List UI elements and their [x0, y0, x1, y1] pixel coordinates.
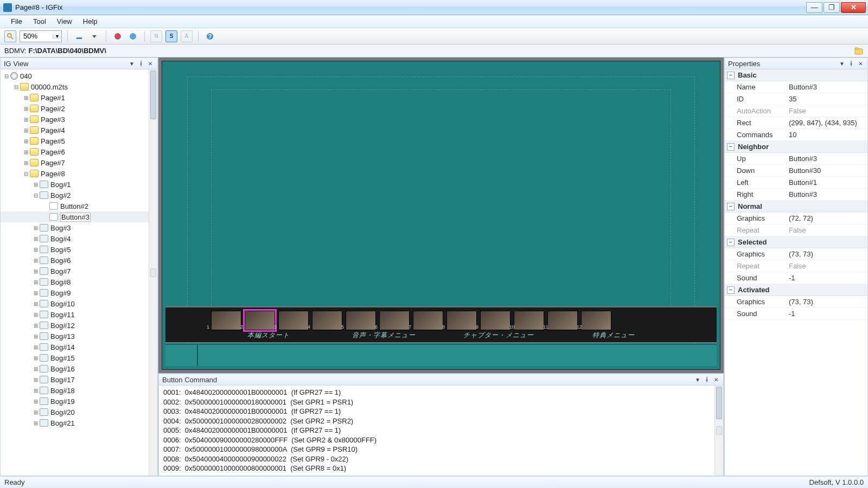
- collapse-icon[interactable]: −: [727, 239, 735, 246]
- chapter-thumbnail[interactable]: 5: [346, 311, 376, 330]
- chapter-thumbnail[interactable]: 3: [278, 311, 309, 330]
- tree-row[interactable]: ⊞Bog#4: [1, 233, 149, 244]
- property-row[interactable]: Sound-1: [725, 308, 867, 320]
- command-line[interactable]: 0007: 0x50000001000000098000000A (Set GP…: [163, 445, 710, 454]
- property-row[interactable]: RepeatFalse: [725, 224, 867, 236]
- panel-pin-icon[interactable]: [847, 60, 855, 67]
- command-line[interactable]: 0009: 0x500000010000000800000001 (Set GP…: [163, 464, 710, 473]
- command-lines[interactable]: 0001: 0x484002000000001B00000001 (If GPR…: [159, 386, 714, 476]
- command-line[interactable]: 0002: 0x500000010000000180000001 (Set GP…: [163, 397, 710, 407]
- help-icon[interactable]: ?: [204, 30, 216, 42]
- chapter-thumbnail[interactable]: 4: [312, 311, 342, 330]
- property-row[interactable]: ID35: [725, 93, 867, 105]
- menu-label[interactable]: チャプター・メニュー: [441, 331, 556, 340]
- tree-row[interactable]: ⊟040: [1, 70, 149, 81]
- zoom-combo[interactable]: ▼: [20, 30, 62, 42]
- collapse-icon[interactable]: −: [727, 286, 735, 294]
- command-line[interactable]: 0005: 0x484002000000001B00000001 (If GPR…: [163, 426, 710, 435]
- tree-row[interactable]: ⊞Bog#6: [1, 255, 149, 266]
- tree-row[interactable]: ⊞Bog#19: [1, 396, 149, 407]
- tree-twist-icon[interactable]: ⊞: [32, 409, 40, 415]
- tree-row[interactable]: ⊞Bog#18: [1, 385, 149, 396]
- property-group-header[interactable]: −Activated: [725, 284, 867, 296]
- maximize-button[interactable]: ❐: [824, 2, 840, 13]
- tree-row[interactable]: ⊞Bog#12: [1, 320, 149, 331]
- ig-tree[interactable]: ⊟040⊟00000.m2ts⊞Page#1⊞Page#2⊞Page#3⊞Pag…: [1, 69, 149, 476]
- chapter-thumbnail[interactable]: 1: [211, 311, 241, 330]
- panel-menu-icon[interactable]: ▼: [838, 60, 846, 67]
- chapter-thumbnail[interactable]: 8: [446, 311, 477, 330]
- tree-row[interactable]: ⊟00000.m2ts: [1, 81, 149, 92]
- property-value[interactable]: -1: [789, 310, 867, 318]
- tree-row[interactable]: Button#3: [1, 211, 149, 222]
- tree-twist-icon[interactable]: ⊞: [32, 388, 40, 394]
- tree-row[interactable]: ⊟Bog#2: [1, 190, 149, 201]
- property-value[interactable]: False: [789, 107, 867, 115]
- command-line[interactable]: 0003: 0x484002000000001B00000001 (If GPR…: [163, 407, 710, 416]
- tree-row[interactable]: ⊞Page#2: [1, 103, 149, 114]
- zoom-tool-icon[interactable]: [4, 30, 16, 42]
- tree-row[interactable]: ⊞Bog#7: [1, 266, 149, 277]
- tree-twist-icon[interactable]: ⊟: [3, 73, 10, 79]
- tree-twist-icon[interactable]: ⊞: [22, 106, 30, 112]
- property-value[interactable]: Button#3: [789, 83, 867, 91]
- tree-row[interactable]: ⊞Bog#3: [1, 222, 149, 233]
- tree-twist-icon[interactable]: ⊟: [32, 192, 40, 198]
- tree-row[interactable]: ⊞Bog#20: [1, 407, 149, 418]
- tree-twist-icon[interactable]: ⊞: [22, 138, 30, 144]
- preview-canvas[interactable]: 123456789101112 本編スタート 音声・字幕メニュー チャプター・メ…: [162, 61, 720, 370]
- tree-twist-icon[interactable]: ⊞: [22, 149, 30, 155]
- tree-row[interactable]: ⊞Bog#13: [1, 331, 149, 342]
- mode-a-icon[interactable]: A: [181, 30, 193, 42]
- scrollbar-grip[interactable]: [716, 426, 722, 435]
- tree-twist-icon[interactable]: ⊞: [32, 344, 40, 350]
- close-button[interactable]: ✕: [841, 2, 866, 13]
- tree-row[interactable]: ⊞Bog#1: [1, 179, 149, 190]
- line-tool-icon[interactable]: [73, 30, 85, 42]
- property-value[interactable]: 10: [789, 131, 867, 139]
- chapter-thumbnail[interactable]: 2: [245, 311, 275, 330]
- tree-twist-icon[interactable]: ⊞: [32, 420, 40, 426]
- command-line[interactable]: 0008: 0x504000040000000900000022 (Set GP…: [163, 454, 710, 464]
- tree-row[interactable]: ⊞Page#1: [1, 92, 149, 103]
- property-value[interactable]: (72, 72): [789, 214, 867, 222]
- property-value[interactable]: Button#3: [789, 155, 867, 163]
- scrollbar-thumb[interactable]: [150, 70, 156, 119]
- tree-row[interactable]: ⊟Page#8: [1, 168, 149, 179]
- chapter-thumbnail[interactable]: 10: [514, 311, 544, 330]
- tree-row[interactable]: ⊞Bog#21: [1, 418, 149, 428]
- property-row[interactable]: RightButton#3: [725, 189, 867, 201]
- tree-twist-icon[interactable]: ⊞: [22, 127, 30, 133]
- tree-row[interactable]: Button#2: [1, 201, 149, 211]
- command-line[interactable]: 0004: 0x500000010000000280000002 (Set GP…: [163, 416, 710, 426]
- property-value[interactable]: (73, 73): [789, 250, 867, 258]
- property-row[interactable]: DownButton#30: [725, 165, 867, 177]
- tree-row[interactable]: ⊞Bog#8: [1, 277, 149, 287]
- property-value[interactable]: False: [789, 226, 867, 234]
- tree-row[interactable]: ⊞Page#4: [1, 125, 149, 136]
- chapter-thumbnail[interactable]: 6: [379, 311, 410, 330]
- tree-twist-icon[interactable]: ⊞: [32, 399, 40, 404]
- tree-twist-icon[interactable]: ⊞: [32, 225, 40, 231]
- tree-row[interactable]: ⊞Page#7: [1, 157, 149, 168]
- panel-close-icon[interactable]: ✕: [857, 60, 864, 67]
- property-value[interactable]: Button#1: [789, 178, 867, 187]
- scrollbar-thumb[interactable]: [716, 387, 722, 419]
- tree-twist-icon[interactable]: ⊞: [32, 279, 40, 285]
- property-row[interactable]: Rect(299, 847), (434, 935): [725, 117, 867, 129]
- menu-help[interactable]: Help: [78, 16, 103, 27]
- tree-twist-icon[interactable]: ⊞: [32, 355, 40, 361]
- property-value[interactable]: Button#30: [789, 166, 867, 175]
- globe-blue-icon[interactable]: [127, 30, 139, 42]
- tree-twist-icon[interactable]: ⊞: [32, 333, 40, 339]
- mode-s-icon[interactable]: S: [165, 30, 177, 42]
- property-group-header[interactable]: −Neighbor: [725, 141, 867, 153]
- tree-twist-icon[interactable]: ⊞: [22, 95, 30, 101]
- tree-row[interactable]: ⊞Bog#15: [1, 352, 149, 363]
- menu-label[interactable]: 特典メニュー: [556, 331, 671, 340]
- tree-twist-icon[interactable]: ⊟: [12, 84, 20, 90]
- tree-row[interactable]: ⊞Page#6: [1, 146, 149, 157]
- property-value[interactable]: (299, 847), (434, 935): [789, 119, 867, 127]
- tree-twist-icon[interactable]: ⊞: [32, 377, 40, 383]
- zoom-input[interactable]: [20, 32, 53, 40]
